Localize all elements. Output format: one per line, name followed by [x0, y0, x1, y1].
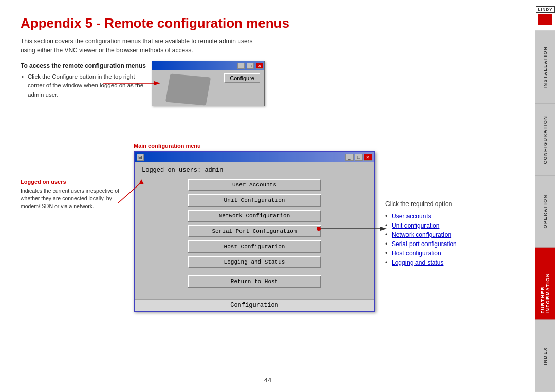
access-body: Click the Configure button in the top ri…: [21, 72, 144, 99]
main-minimize-btn[interactable]: _: [345, 154, 354, 161]
network-configuration-btn[interactable]: Network Configuration: [188, 210, 321, 222]
option-network-configuration: Network configuration: [385, 230, 509, 239]
main-content: Appendix 5 - Remote configuration menus …: [0, 0, 535, 392]
option-serial-port-configuration: Serial port configuration: [385, 239, 509, 249]
menu-label: Main configuration menu: [134, 143, 375, 149]
annotation-text: Indicates the current users irrespective…: [21, 187, 123, 211]
unit-configuration-btn[interactable]: Unit Configuration: [188, 194, 321, 207]
main-maximize-btn[interactable]: □: [355, 154, 363, 161]
main-close-btn[interactable]: ✕: [364, 154, 372, 161]
option-unit-configuration: Unit configuration: [385, 221, 509, 230]
option-logging-link[interactable]: Logging and status: [392, 259, 443, 266]
lindy-logo: LINDY: [536, 6, 555, 25]
option-host-config-link[interactable]: Host configuration: [392, 250, 441, 257]
logged-on-annotation: Logged on users Indicates the current us…: [21, 179, 123, 211]
logging-status-btn[interactable]: Logging and Status: [188, 256, 321, 268]
access-section: To access the remote configuration menus…: [21, 62, 515, 99]
option-list: User accounts Unit configuration Network…: [385, 212, 509, 267]
main-titlebar-controls: _ □ ✕: [345, 154, 372, 161]
return-to-host-btn[interactable]: Return to Host: [188, 275, 321, 288]
access-title: To access the remote configuration menus: [21, 62, 515, 69]
close-btn[interactable]: ✕: [256, 63, 263, 69]
config-main-window: ⊞ _ □ ✕ Logged on users: admin User Acco…: [134, 151, 375, 312]
page-title: Appendix 5 - Remote configuration menus: [21, 15, 515, 31]
lindy-text: LINDY: [536, 6, 555, 13]
logged-on-text: Logged on users: admin: [142, 166, 367, 174]
sidebar-tab-further-information[interactable]: FURTHER INFORMATION: [535, 248, 555, 320]
sidebar-tab-configuration[interactable]: CONFIGURATION: [535, 103, 555, 176]
configure-screenshot: _ □ ✕ Configure: [152, 61, 265, 106]
host-configuration-btn[interactable]: Host Configuration: [188, 240, 321, 253]
config-main-body: Logged on users: admin User Accounts Uni…: [135, 162, 374, 295]
window-icon: ⊞: [137, 154, 144, 161]
click-required-text: Click the required option: [385, 200, 509, 208]
lindy-red-box: [538, 14, 552, 25]
main-config-label: Main configuration menu ⊞ _ □ ✕ Logged o…: [134, 143, 375, 312]
configure-window: _ □ ✕ Configure: [152, 61, 265, 106]
sidebar-tab-operation[interactable]: OPERATION: [535, 175, 555, 248]
titlebar-controls: _ □ ✕: [236, 63, 263, 69]
menu-buttons-area: User Accounts Unit Configuration Network…: [142, 179, 367, 268]
serial-port-configuration-btn[interactable]: Serial Port Configuration: [188, 225, 321, 237]
maximize-btn[interactable]: □: [247, 63, 254, 69]
sidebar-tab-index[interactable]: INDEX: [535, 320, 555, 392]
page-number: 44: [264, 376, 271, 384]
click-info: Click the required option User accounts …: [385, 200, 509, 267]
user-accounts-btn[interactable]: User Accounts: [188, 179, 321, 191]
annotation-label: Logged on users: [21, 179, 123, 185]
config-main-titlebar: ⊞ _ □ ✕: [135, 152, 374, 162]
sidebar-tab-installation[interactable]: INSTALLATION: [535, 31, 555, 103]
option-user-accounts: User accounts: [385, 212, 509, 221]
option-unit-config-link[interactable]: Unit configuration: [392, 222, 439, 229]
configure-body: Configure: [152, 70, 264, 106]
option-user-accounts-link[interactable]: User accounts: [392, 213, 431, 220]
option-host-configuration: Host configuration: [385, 249, 509, 258]
option-serial-port-link[interactable]: Serial port configuration: [392, 240, 457, 248]
logo-area: LINDY: [535, 0, 555, 31]
config-footer: Configuration: [135, 299, 374, 311]
option-network-config-link[interactable]: Network configuration: [392, 231, 451, 238]
option-logging-status: Logging and status: [385, 258, 509, 267]
minimize-btn[interactable]: _: [237, 63, 245, 69]
sidebar: LINDY INSTALLATION CONFIGURATION OPERATI…: [535, 0, 555, 392]
configure-titlebar: _ □ ✕: [152, 61, 264, 70]
intro-text: This section covers the configuration me…: [21, 36, 267, 55]
